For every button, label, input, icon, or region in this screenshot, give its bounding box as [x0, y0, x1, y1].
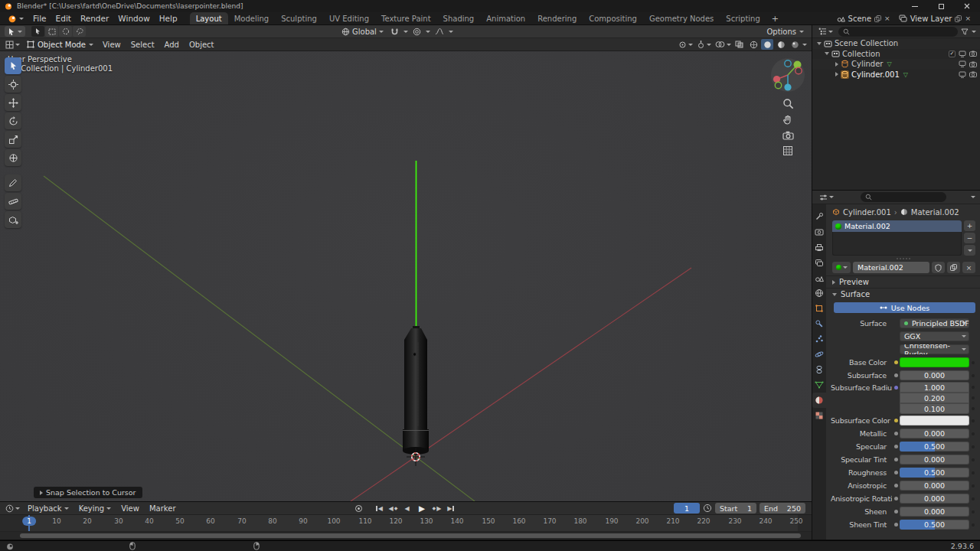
frame-start-field[interactable]: Start 1	[715, 503, 756, 514]
properties-search-input[interactable]	[861, 192, 946, 202]
breadcrumb-material[interactable]: Material.002	[911, 208, 959, 217]
mode-dropdown[interactable]: Object Mode	[23, 41, 97, 49]
new-material-button[interactable]	[947, 262, 960, 273]
operator-hint[interactable]: Snap Selection to Cursor	[34, 487, 142, 498]
menu-file[interactable]: File	[28, 12, 51, 24]
subsurface-color-swatch[interactable]	[900, 416, 969, 426]
active-tool-dropdown[interactable]	[5, 26, 25, 37]
select-box-tool-button[interactable]	[5, 57, 21, 74]
outliner-row-scene-collection[interactable]: Scene Collection	[812, 38, 980, 49]
subsurface-slider[interactable]: 0.000	[900, 370, 969, 381]
subsurface-method-dropdown[interactable]: Christensen-Burley	[900, 344, 969, 355]
shading-material-button[interactable]	[775, 39, 787, 50]
timeline-menu-marker[interactable]: Marker	[145, 504, 181, 513]
unlink-scene-button[interactable]: ×	[884, 15, 890, 22]
anisotropic-rotation-slider[interactable]: 0.000	[900, 494, 969, 504]
select-circle-button[interactable]	[59, 26, 72, 37]
auto-keying-toggle[interactable]	[355, 505, 362, 512]
material-slot-list[interactable]: Material.002	[832, 220, 962, 256]
current-frame-field[interactable]: 1	[674, 503, 700, 514]
disclosure-closed-icon[interactable]	[835, 72, 838, 77]
play-button[interactable]: ▶	[415, 503, 429, 514]
options-dropdown[interactable]: Options	[766, 28, 807, 36]
workspace-tab-modeling[interactable]: Modeling	[228, 12, 276, 24]
outliner-row-collection[interactable]: Collection ✓	[812, 49, 980, 60]
outliner-options-dropdown[interactable]	[972, 31, 976, 33]
timeline-scrollbar[interactable]	[20, 533, 801, 538]
breadcrumb-object[interactable]: Cylinder.001	[843, 208, 891, 217]
shading-rendered-button[interactable]	[789, 39, 801, 50]
workspace-tab-rendering[interactable]: Rendering	[531, 12, 583, 24]
tab-view-layer[interactable]	[812, 255, 826, 270]
remove-slot-button[interactable]: −	[964, 233, 975, 243]
close-button[interactable]	[954, 0, 980, 12]
browse-material-button[interactable]	[832, 262, 851, 273]
material-name-field[interactable]: Material.002	[853, 262, 929, 273]
outliner-row-cylinder[interactable]: Cylinder ▽	[812, 59, 980, 70]
menu-window[interactable]: Window	[113, 12, 154, 24]
preview-range-toggle[interactable]	[703, 504, 712, 513]
outliner-row-cylinder-001[interactable]: Cylinder.001 ▽	[812, 70, 980, 80]
add-slot-button[interactable]: +	[964, 220, 975, 231]
distribution-dropdown[interactable]: GGX	[900, 331, 969, 342]
xray-toggle[interactable]	[735, 41, 743, 48]
subsurface-radius-x-field[interactable]: 1.000	[900, 382, 969, 393]
shading-options-dropdown[interactable]	[802, 44, 807, 46]
decorator-dot[interactable]	[969, 361, 977, 364]
tab-object-data[interactable]	[812, 377, 826, 393]
timeline-menu-view[interactable]: View	[116, 504, 144, 513]
falloff-options-dropdown[interactable]	[449, 31, 453, 33]
workspace-tab-sculpting[interactable]: Sculpting	[275, 12, 323, 24]
disable-render-icon[interactable]	[969, 51, 977, 57]
decorator-dot[interactable]	[969, 497, 977, 500]
decorator-dot[interactable]	[969, 523, 977, 527]
navigation-gizmo[interactable]	[770, 57, 805, 93]
camera-view-icon[interactable]	[782, 131, 794, 140]
blender-menu-button[interactable]	[3, 12, 28, 24]
tab-world[interactable]	[812, 285, 826, 301]
subsurface-radius-y-field[interactable]: 0.200	[900, 393, 969, 403]
menu-edit[interactable]: Edit	[51, 12, 76, 24]
jump-to-start-button[interactable]: ◀	[374, 503, 385, 514]
decorator-dot[interactable]	[969, 396, 977, 399]
select-tweak-button[interactable]	[31, 26, 44, 37]
list-resize-grip[interactable]	[826, 256, 980, 261]
timeline-menu-playback[interactable]: Playback	[23, 504, 74, 513]
frame-end-field[interactable]: End 250	[760, 503, 805, 514]
workspace-tab-texture-paint[interactable]: Texture Paint	[375, 12, 437, 24]
viewport-canvas[interactable]: User Perspective (1) Collection | Cylind…	[0, 51, 812, 501]
decorator-dot[interactable]	[969, 374, 977, 377]
timeline-menu-keying[interactable]: Keying	[74, 504, 116, 513]
material-slot-selected[interactable]: Material.002	[832, 220, 962, 232]
panel-surface-header[interactable]: Surface	[826, 288, 980, 300]
menu-help[interactable]: Help	[155, 12, 182, 24]
workspace-tab-uv-editing[interactable]: UV Editing	[323, 12, 375, 24]
tab-object[interactable]	[812, 301, 826, 316]
panel-preview-header[interactable]: Preview	[826, 276, 980, 288]
workspace-tab-geometry-nodes[interactable]: Geometry Nodes	[643, 12, 720, 24]
annotate-tool-button[interactable]	[5, 174, 21, 191]
decorator-dot[interactable]	[969, 458, 977, 461]
snap-settings-dropdown[interactable]	[403, 31, 408, 33]
workspace-tab-animation[interactable]: Animation	[480, 12, 531, 24]
jump-to-end-button[interactable]: ▶	[445, 503, 456, 514]
scale-tool-button[interactable]	[5, 131, 21, 148]
select-box-button[interactable]	[45, 26, 58, 37]
viewport-menu-view[interactable]: View	[98, 41, 126, 49]
measure-tool-button[interactable]	[5, 193, 21, 210]
disclosure-open-icon[interactable]	[817, 42, 822, 45]
timeline-scroll-track[interactable]	[0, 532, 812, 540]
tab-scene[interactable]	[812, 270, 826, 285]
falloff-curve-button[interactable]	[433, 28, 446, 35]
slot-specials-button[interactable]	[964, 245, 975, 256]
hide-viewport-icon[interactable]	[959, 60, 966, 67]
minimize-button[interactable]	[902, 0, 928, 12]
properties-editor-type-button[interactable]	[817, 194, 836, 201]
snap-toggle[interactable]	[388, 28, 401, 36]
decorator-dot[interactable]	[969, 432, 977, 435]
workspace-tab-scripting[interactable]: Scripting	[720, 12, 766, 24]
timeline-ruler[interactable]: 1 10 20 30 40 50 60 70 80 90 100 110 120…	[0, 515, 812, 532]
pivot-point-dropdown[interactable]	[678, 41, 693, 49]
viewport-menu-object[interactable]: Object	[185, 41, 219, 49]
move-tool-button[interactable]	[5, 94, 21, 111]
